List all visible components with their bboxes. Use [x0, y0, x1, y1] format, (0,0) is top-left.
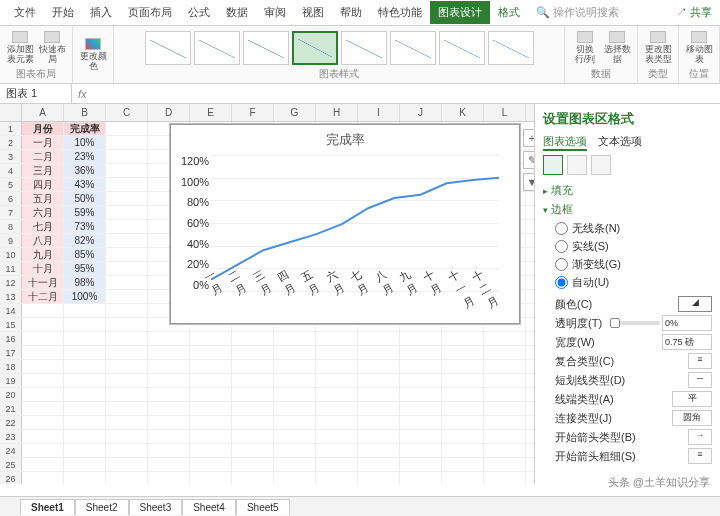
cell[interactable]: 73%: [64, 220, 106, 233]
col-header-E[interactable]: E: [190, 104, 232, 121]
cell[interactable]: 八月: [22, 234, 64, 247]
row-header-21[interactable]: 21: [0, 402, 22, 415]
border-option[interactable]: 实线(S): [555, 239, 712, 254]
row-header-17[interactable]: 17: [0, 346, 22, 359]
cell[interactable]: [316, 458, 358, 471]
compound-dropdown[interactable]: ≡: [688, 353, 712, 369]
cell[interactable]: [190, 416, 232, 429]
col-header-H[interactable]: H: [316, 104, 358, 121]
row-header-3[interactable]: 3: [0, 150, 22, 163]
row-header-26[interactable]: 26: [0, 472, 22, 484]
chart-plot-area[interactable]: 120%100%80%60%40%20%0% 一月二月三月四月五月六月七月八月九…: [211, 155, 499, 305]
cell[interactable]: [232, 374, 274, 387]
cell[interactable]: [232, 458, 274, 471]
cell[interactable]: [232, 444, 274, 457]
cell[interactable]: [232, 346, 274, 359]
chart-title[interactable]: 完成率: [171, 125, 519, 155]
cell[interactable]: [106, 360, 148, 373]
cell[interactable]: [358, 360, 400, 373]
cell[interactable]: [274, 430, 316, 443]
spreadsheet-grid[interactable]: ABCDEFGHIJKL 1月份完成率2一月10%3二月23%4三月36%5四月…: [0, 104, 535, 484]
cell[interactable]: [106, 178, 148, 191]
row-header-6[interactable]: 6: [0, 192, 22, 205]
cell[interactable]: [64, 416, 106, 429]
cell[interactable]: [484, 430, 526, 443]
row-header-1[interactable]: 1: [0, 122, 22, 135]
cell[interactable]: [232, 332, 274, 345]
cell[interactable]: [400, 402, 442, 415]
cell[interactable]: [484, 374, 526, 387]
tab-审阅[interactable]: 审阅: [256, 1, 294, 24]
cell[interactable]: [106, 332, 148, 345]
transparency-slider[interactable]: [610, 321, 660, 325]
cell[interactable]: 四月: [22, 178, 64, 191]
tab-图表设计[interactable]: 图表设计: [430, 1, 490, 24]
tab-页面布局[interactable]: 页面布局: [120, 1, 180, 24]
cell[interactable]: [232, 430, 274, 443]
cell[interactable]: [274, 388, 316, 401]
cell[interactable]: [64, 332, 106, 345]
cell[interactable]: 七月: [22, 220, 64, 233]
col-header-D[interactable]: D: [148, 104, 190, 121]
cell[interactable]: [358, 472, 400, 484]
chart-style-7[interactable]: [439, 31, 485, 65]
share-button[interactable]: ↗ 共享: [676, 5, 712, 20]
cell[interactable]: [106, 430, 148, 443]
sheet-tab-Sheet5[interactable]: Sheet5: [236, 499, 290, 515]
cell[interactable]: [148, 346, 190, 359]
tab-数据[interactable]: 数据: [218, 1, 256, 24]
cell[interactable]: 一月: [22, 136, 64, 149]
border-option[interactable]: 无线条(N): [555, 221, 712, 236]
col-header-I[interactable]: I: [358, 104, 400, 121]
cell[interactable]: [106, 374, 148, 387]
chart-style-4[interactable]: [292, 31, 338, 65]
row-header-15[interactable]: 15: [0, 318, 22, 331]
cell[interactable]: [148, 416, 190, 429]
join-dropdown[interactable]: 圆角: [672, 410, 712, 426]
tab-text-options[interactable]: 文本选项: [598, 135, 642, 149]
cell[interactable]: [400, 388, 442, 401]
switch-row-col-button[interactable]: 切换行/列: [571, 31, 599, 65]
cell[interactable]: [316, 360, 358, 373]
tab-chart-options[interactable]: 图表选项: [543, 135, 587, 151]
cell[interactable]: [400, 444, 442, 457]
row-header-16[interactable]: 16: [0, 332, 22, 345]
cell[interactable]: [232, 416, 274, 429]
cell[interactable]: 九月: [22, 248, 64, 261]
cell[interactable]: [22, 458, 64, 471]
row-header-11[interactable]: 11: [0, 262, 22, 275]
cell[interactable]: [358, 444, 400, 457]
cell[interactable]: [484, 346, 526, 359]
dash-dropdown[interactable]: ─: [688, 372, 712, 388]
chart-elements-button[interactable]: +: [523, 129, 535, 147]
cell[interactable]: [106, 150, 148, 163]
cell[interactable]: [442, 402, 484, 415]
cell[interactable]: [442, 430, 484, 443]
sheet-tab-Sheet3[interactable]: Sheet3: [129, 499, 183, 515]
cell[interactable]: [316, 402, 358, 415]
cell[interactable]: [442, 472, 484, 484]
cell[interactable]: [22, 388, 64, 401]
sheet-tab-Sheet2[interactable]: Sheet2: [75, 499, 129, 515]
select-data-button[interactable]: 选择数据: [603, 31, 631, 65]
chart-styles-button[interactable]: ✎: [523, 151, 535, 169]
row-header-7[interactable]: 7: [0, 206, 22, 219]
tab-帮助[interactable]: 帮助: [332, 1, 370, 24]
chart-style-8[interactable]: [488, 31, 534, 65]
cell[interactable]: [400, 472, 442, 484]
cell[interactable]: [190, 374, 232, 387]
cell[interactable]: [442, 416, 484, 429]
cell[interactable]: [358, 374, 400, 387]
cell[interactable]: [274, 472, 316, 484]
cell[interactable]: [22, 402, 64, 415]
col-header-L[interactable]: L: [484, 104, 526, 121]
row-header-9[interactable]: 9: [0, 234, 22, 247]
cell[interactable]: [148, 472, 190, 484]
cell[interactable]: 95%: [64, 262, 106, 275]
cell[interactable]: [106, 276, 148, 289]
select-all-corner[interactable]: [0, 104, 22, 121]
cell[interactable]: [64, 402, 106, 415]
cell[interactable]: [442, 360, 484, 373]
row-header-20[interactable]: 20: [0, 388, 22, 401]
cell[interactable]: [190, 444, 232, 457]
